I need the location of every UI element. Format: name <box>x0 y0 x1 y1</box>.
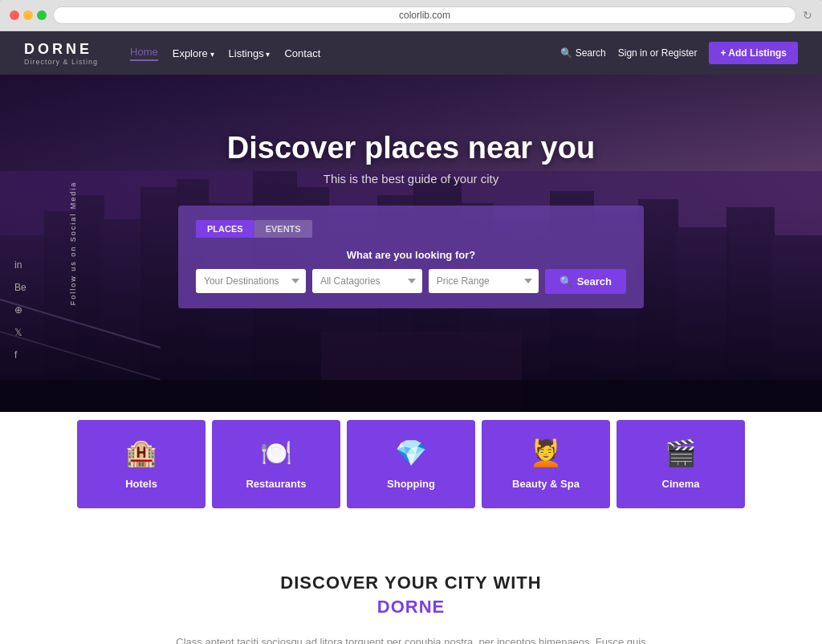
dot-yellow[interactable] <box>23 10 33 20</box>
browser-dots <box>10 10 47 20</box>
nav-contact[interactable]: Contact <box>284 47 320 59</box>
nav-explore[interactable]: Explore <box>173 47 214 59</box>
logo-text: DORNE <box>24 41 98 58</box>
restaurants-icon: 🍽️ <box>225 438 328 468</box>
nav-home[interactable]: Home <box>130 46 158 61</box>
cinema-icon: 🎬 <box>629 438 732 468</box>
search-btn-icon: 🔍 <box>560 275 572 287</box>
navbar: DORNE Directory & Listing Home Explore L… <box>0 31 822 75</box>
discover-description: Class aptent taciti sociosqu ad litora t… <box>170 634 652 644</box>
category-beauty-spa[interactable]: 💆 Beauty & Spa <box>482 420 610 508</box>
hotels-label: Hotels <box>125 478 157 490</box>
signin-link[interactable]: Sign in or Register <box>618 47 698 59</box>
hero-title: Discover places near you <box>32 131 790 165</box>
beauty-spa-label: Beauty & Spa <box>512 478 580 490</box>
search-tabs: PLACES EVENTS <box>196 220 626 238</box>
destination-select[interactable]: Your Destinations <box>196 269 306 293</box>
logo-sub: Directory & Listing <box>24 58 98 66</box>
nav-links: Home Explore Listings Contact <box>130 46 544 61</box>
website: DORNE Directory & Listing Home Explore L… <box>0 31 822 644</box>
restaurants-label: Restaurants <box>246 478 306 490</box>
browser-window: colorlib.com ↻ DORNE Directory & Listing… <box>0 0 822 644</box>
search-link[interactable]: 🔍 Search <box>560 47 606 59</box>
cinema-label: Cinema <box>662 478 700 490</box>
hero-section: Follow us on Social Media in Be ⊕ 𝕏 f Di… <box>0 75 822 412</box>
dot-red[interactable] <box>10 10 19 20</box>
refresh-icon[interactable]: ↻ <box>803 9 812 22</box>
address-bar[interactable]: colorlib.com <box>53 6 796 24</box>
svg-rect-24 <box>0 380 822 412</box>
category-hotels[interactable]: 🏨 Hotels <box>77 420 206 508</box>
shopping-icon: 💎 <box>360 438 462 468</box>
dot-green[interactable] <box>37 10 47 20</box>
discover-title: DISCOVER YOUR CITY WITH <box>24 573 798 593</box>
twitter-icon[interactable]: 𝕏 <box>14 327 26 338</box>
categories-section: 🏨 Hotels 🍽️ Restaurants 💎 Shopping 💆 Bea… <box>0 404 822 540</box>
search-button[interactable]: 🔍 Search <box>545 269 626 294</box>
price-select[interactable]: Price Range <box>429 269 539 293</box>
category-cinema[interactable]: 🎬 Cinema <box>616 420 745 508</box>
search-icon: 🔍 <box>560 47 572 59</box>
browser-chrome: colorlib.com ↻ <box>0 0 822 31</box>
categories-grid: 🏨 Hotels 🍽️ Restaurants 💎 Shopping 💆 Bea… <box>24 404 798 508</box>
add-listing-button[interactable]: + Add Listings <box>709 42 798 64</box>
hero-content: Discover places near you This is the bes… <box>0 131 822 308</box>
search-box: PLACES EVENTS What are you looking for? … <box>178 206 644 308</box>
tab-places[interactable]: PLACES <box>196 220 254 238</box>
discover-section: DISCOVER YOUR CITY WITH DORNE Class apte… <box>0 540 822 644</box>
beauty-spa-icon: 💆 <box>494 438 597 468</box>
categories-select[interactable]: All Catagories <box>312 269 422 293</box>
search-fields: Your Destinations All Catagories Price R… <box>196 269 626 294</box>
tab-events[interactable]: EVENTS <box>254 220 312 238</box>
hero-subtitle: This is the best guide of your city <box>32 172 790 185</box>
hotels-icon: 🏨 <box>90 438 193 468</box>
category-shopping[interactable]: 💎 Shopping <box>347 420 475 508</box>
logo-area: DORNE Directory & Listing <box>24 41 98 66</box>
nav-listings[interactable]: Listings <box>229 47 271 59</box>
nav-actions: 🔍 Search Sign in or Register + Add Listi… <box>560 42 798 64</box>
category-restaurants[interactable]: 🍽️ Restaurants <box>212 420 340 508</box>
discover-brand: DORNE <box>24 597 798 618</box>
facebook-icon[interactable]: f <box>14 349 26 361</box>
search-question: What are you looking for? <box>196 249 626 261</box>
shopping-label: Shopping <box>387 478 435 490</box>
